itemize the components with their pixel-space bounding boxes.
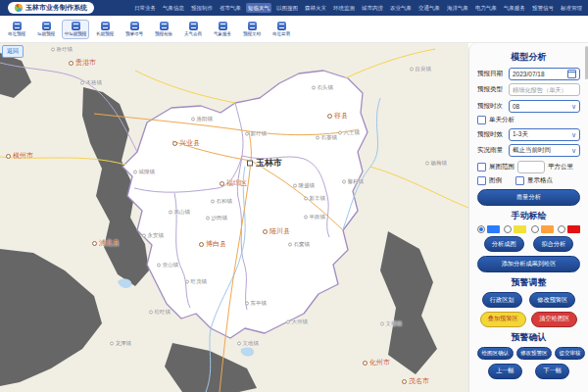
map-town-label: 六王镇 (338, 129, 360, 136)
map-area[interactable]: 贵港市横州市兴业县容县福绵区陆川县博白县浦北县化州市茂名市桥圩镇木格镇洛阳镇新圩… (0, 43, 468, 392)
plot-color-option-red[interactable] (558, 225, 580, 233)
radio-icon (477, 225, 485, 233)
add-analysis-button[interactable]: 添加分析成果到绘区 (477, 256, 580, 272)
legend-checkbox[interactable] (477, 176, 486, 185)
forecast-time-select[interactable]: 08 ∨ (509, 100, 580, 113)
sub-tab-label: 临近预报 (8, 31, 25, 36)
top-menu-item[interactable]: 环境监测 (331, 3, 357, 13)
sub-tab[interactable]: 天气会商 (179, 20, 207, 39)
manual-plot-buttons: 分析成图拟合分析 (477, 236, 580, 252)
manual-plot-button[interactable]: 拟合分析 (533, 236, 573, 252)
top-menu-item[interactable]: 森林火灾 (303, 3, 328, 13)
map-county-label: 容县 (327, 111, 348, 121)
map-town-label: 新圩镇 (245, 130, 267, 137)
color-swatch-orange (541, 225, 554, 233)
sub-tab[interactable]: 气象服务 (209, 20, 236, 39)
top-menu-item[interactable]: 预警信号 (530, 3, 556, 13)
top-menu-item[interactable]: 城市内涝 (360, 3, 385, 13)
extent-checkbox[interactable] (477, 163, 486, 172)
map-town-label: 杨梅镇 (425, 160, 447, 167)
document-icon (219, 22, 227, 30)
forecast-date-input[interactable]: 2023/07/18 (509, 68, 580, 80)
page-nav-button[interactable]: 下一幅 (535, 364, 569, 379)
sub-tab-label: 长期预报 (96, 31, 114, 36)
grid-checkbox[interactable] (515, 176, 524, 185)
map-town-label: 隆盛镇 (293, 182, 315, 189)
rain-select[interactable]: 截止当前时间 ∨ (509, 144, 580, 157)
top-menu-item[interactable]: 短临天气 (246, 3, 271, 13)
map-town-label: 旺茂镇 (185, 278, 207, 285)
warning-confirm-title: 预警确认 (477, 331, 580, 344)
top-menu-item[interactable]: 省市气象 (218, 3, 243, 13)
sub-tab[interactable]: 中短期预报 (62, 20, 89, 39)
sub-tab[interactable]: 临近预报 (3, 20, 30, 39)
map-town-label: 城隍镇 (133, 169, 155, 175)
single-day-checkbox[interactable] (477, 116, 486, 124)
right-panel: 模型分析 预报日期 2023/07/18 预报类型 预报时次 08 ∨ 单天分析… (468, 43, 588, 392)
extent-input[interactable] (517, 161, 545, 173)
map-town-label: 自良镇 (410, 66, 431, 73)
top-menu-item[interactable]: 日常业务 (132, 3, 158, 13)
map-county-label: 茂名市 (402, 376, 429, 386)
top-menu-item[interactable]: 交通气象 (416, 3, 442, 13)
sub-tab-label: 预报检验 (155, 31, 172, 36)
plot-color-option-yellow[interactable] (504, 225, 526, 233)
top-menu-item[interactable]: 气象服务 (502, 3, 527, 13)
sub-tab[interactable]: 长期预报 (91, 20, 119, 39)
sub-tab[interactable]: 预报检验 (150, 20, 177, 39)
top-menu-item[interactable]: 海洋气象 (445, 3, 470, 13)
top-menu-item[interactable]: 农业气象 (388, 3, 414, 13)
warning-adjust-button[interactable]: 行政区划 (482, 292, 522, 308)
document-icon (72, 22, 80, 30)
warning-adjust-button[interactable]: 修改预警区 (529, 292, 575, 308)
map-county-label: 福绵区 (220, 178, 247, 188)
forecast-period-select[interactable]: 1-3天 ∨ (509, 128, 580, 141)
place-dot-icon (149, 310, 153, 314)
sub-tab[interactable]: 短期预报 (32, 20, 60, 39)
forecast-type-input[interactable] (509, 83, 580, 96)
map-town-label: 石头镇 (312, 84, 333, 91)
rain-analysis-button[interactable]: 雨量分析 (477, 189, 580, 206)
warning-confirm-buttons: 绘图区确认修改预警区提交审核 (477, 347, 580, 360)
grid-label: 显示格点 (527, 176, 553, 185)
place-dot-icon (80, 80, 84, 84)
top-menu-item[interactable]: 标准管理 (559, 3, 584, 13)
overlay-warning-button[interactable]: 叠加预警区 (480, 312, 526, 327)
manual-plot-button[interactable]: 分析成图 (484, 236, 524, 252)
calendar-icon[interactable] (567, 70, 576, 78)
map-town-label: 黎村镇 (342, 178, 364, 185)
warning-confirm-button[interactable]: 绘图区确认 (477, 347, 514, 360)
document-icon (101, 22, 110, 30)
map-town-label: 沙田镇 (206, 215, 227, 221)
page-nav-button[interactable]: 上一幅 (488, 364, 522, 379)
place-dot-icon (338, 130, 342, 134)
city-marker-icon (247, 160, 253, 166)
clear-drawing-button[interactable]: 清空绘图区 (531, 312, 577, 327)
place-dot-icon (51, 47, 55, 51)
sub-tab[interactable]: 预警信号 (121, 20, 148, 39)
sub-tab-label: 短期预报 (37, 31, 55, 36)
map-county-label: 陆川县 (263, 226, 290, 236)
sub-tab[interactable]: 临近监测 (268, 20, 295, 39)
warning-adjust-buttons: 行政区划修改预警区 (477, 292, 580, 308)
forecast-date-value: 2023/07/18 (513, 71, 545, 77)
back-button[interactable]: 返回 (2, 45, 24, 58)
top-menu-item[interactable]: 以图搜图 (274, 3, 300, 13)
chevron-down-icon: ∨ (571, 131, 576, 138)
plot-color-option-blue[interactable] (477, 225, 500, 233)
top-menu-item[interactable]: 预报制作 (189, 3, 215, 13)
plot-color-option-orange[interactable] (531, 225, 554, 233)
sub-tab[interactable]: 预报文档 (238, 20, 266, 39)
map-town-label: 大坝镇 (286, 318, 308, 325)
warning-confirm-button[interactable]: 提交审核 (555, 347, 585, 360)
place-dot-icon (211, 199, 215, 203)
top-menu-item[interactable]: 气象信息 (161, 3, 186, 13)
place-dot-icon (169, 210, 172, 214)
place-dot-icon (6, 154, 11, 159)
place-dot-icon (199, 242, 204, 247)
place-dot-icon (410, 67, 414, 71)
warning-confirm-button[interactable]: 修改预警区 (516, 347, 553, 360)
place-dot-icon (172, 141, 177, 146)
top-menu-item[interactable]: 电力气象 (473, 3, 499, 13)
place-dot-icon (191, 117, 195, 121)
